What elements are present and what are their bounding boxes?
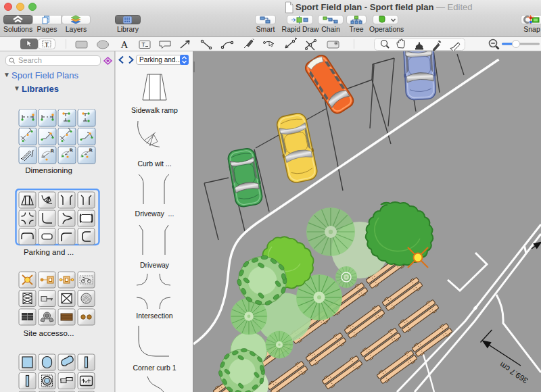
- svg-text:T: T: [45, 41, 49, 48]
- svg-text:T: T: [141, 41, 145, 48]
- svg-text:A: A: [121, 39, 128, 50]
